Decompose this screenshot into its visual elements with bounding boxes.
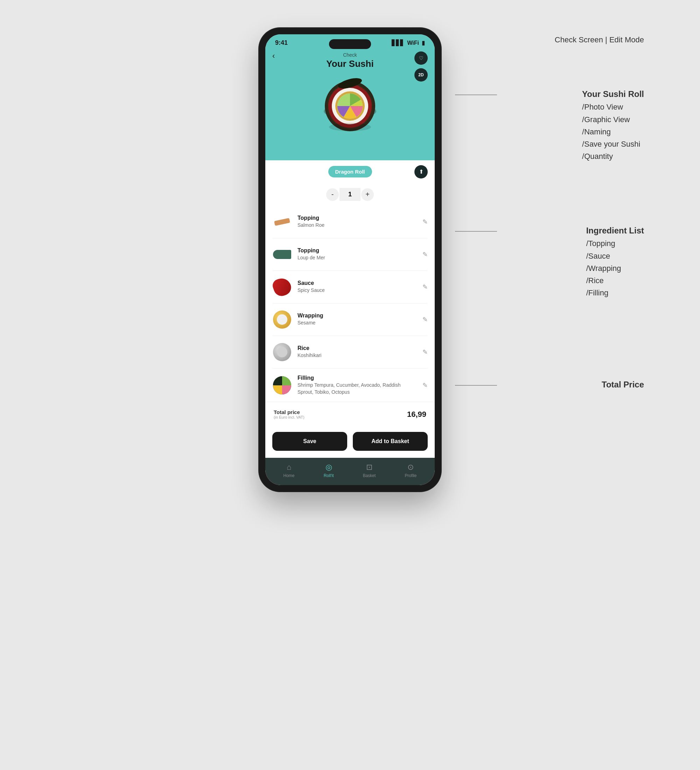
ingredient-info-wrapping: Wrapping Sesame bbox=[297, 312, 417, 327]
home-icon: ⌂ bbox=[287, 463, 291, 472]
heart-icon: ♡ bbox=[419, 55, 424, 61]
quantity-plus-button[interactable]: + bbox=[361, 188, 374, 201]
ingredient-name: Salmon Roe bbox=[297, 222, 417, 229]
total-label-vat: (in Euro incl. VAT) bbox=[274, 415, 304, 419]
ingredient-item-rice: Rice Koshihikari ✎ bbox=[272, 336, 428, 369]
svg-point-8 bbox=[329, 123, 371, 131]
save-button[interactable]: Save bbox=[272, 432, 347, 451]
ingredient-img-fish bbox=[272, 245, 292, 264]
salmon-roe-visual bbox=[274, 218, 290, 226]
ingredient-category: Rice bbox=[297, 345, 417, 351]
sushi-title: Your Sushi bbox=[274, 58, 426, 69]
ingredient-name: Koshihikari bbox=[297, 352, 417, 359]
ingredient-img-sauce bbox=[272, 277, 292, 297]
phone-frame: 9:41 ▋▋▋ WiFi ▮ ‹ Check Your Sushi ♡ 2D bbox=[259, 28, 441, 492]
ingredient-name: Sesame bbox=[297, 320, 417, 327]
ingredient-item-wrapping: Wrapping Sesame ✎ bbox=[272, 303, 428, 336]
ingredient-info-rice: Rice Koshihikari bbox=[297, 345, 417, 359]
plus-icon: + bbox=[365, 191, 370, 199]
quantity-minus-button[interactable]: - bbox=[326, 188, 339, 201]
heart-icon-button[interactable]: ♡ bbox=[414, 52, 428, 65]
nav-label-basket: Basket bbox=[363, 473, 376, 478]
annotation-line-sushi bbox=[455, 94, 497, 95]
nav-item-home[interactable]: ⌂ Home bbox=[283, 463, 295, 478]
ingredient-list: Topping Salmon Roe ✎ Topping Loup de Mer… bbox=[265, 206, 435, 402]
ingredient-img-salmon-roe bbox=[272, 212, 292, 232]
share-icon: ⬆ bbox=[419, 168, 424, 175]
phone-screen: 9:41 ▋▋▋ WiFi ▮ ‹ Check Your Sushi ♡ 2D bbox=[265, 34, 435, 485]
annotation-line-ingredients bbox=[455, 231, 497, 232]
add-to-basket-button[interactable]: Add to Basket bbox=[353, 432, 428, 451]
profile-icon: ⊙ bbox=[407, 463, 414, 472]
minus-icon: - bbox=[331, 191, 334, 199]
ingredient-info-topping-fish: Topping Loup de Mer bbox=[297, 247, 417, 262]
wifi-icon: WiFi bbox=[407, 40, 419, 46]
share-button[interactable]: ⬆ bbox=[414, 165, 428, 178]
ingredient-category: Sauce bbox=[297, 280, 417, 286]
bottom-nav: ⌂ Home ◎ Roll'it ⊡ Basket ⊙ Profile bbox=[265, 458, 435, 485]
nav-label-rollit: Roll'it bbox=[324, 473, 334, 478]
ingredient-name: Spicy Sauce bbox=[297, 287, 417, 294]
sushi-svg bbox=[315, 73, 385, 143]
ingredient-info-topping-salmon: Topping Salmon Roe bbox=[297, 215, 417, 229]
ingredient-name: Shrimp Tempura, Cucumber, Avocado, Raddi… bbox=[297, 382, 417, 395]
ingredient-item-filling: Filling Shrimp Tempura, Cucumber, Avocad… bbox=[272, 369, 428, 402]
rollit-icon: ◎ bbox=[325, 463, 332, 472]
annotation-line-total bbox=[455, 385, 497, 386]
sushi-name-row: Dragon Roll ⬆ bbox=[265, 160, 435, 183]
sushi-badge: Dragon Roll bbox=[328, 166, 372, 178]
quantity-value: 1 bbox=[339, 188, 361, 201]
signal-icon: ▋▋▋ bbox=[392, 40, 404, 46]
edit-button-salmon[interactable]: ✎ bbox=[422, 218, 428, 226]
edit-button-rice[interactable]: ✎ bbox=[422, 348, 428, 356]
ingredient-info-filling: Filling Shrimp Tempura, Cucumber, Avocad… bbox=[297, 375, 417, 395]
action-buttons: Save Add to Basket bbox=[265, 426, 435, 458]
2d-toggle-button[interactable]: 2D bbox=[414, 68, 428, 82]
total-section: Total price (in Euro incl. VAT) 16,99 bbox=[265, 402, 435, 426]
edit-button-sauce[interactable]: ✎ bbox=[422, 283, 428, 291]
filling-visual bbox=[273, 376, 291, 395]
header-icons: ♡ 2D bbox=[414, 52, 428, 82]
dynamic-island bbox=[329, 39, 371, 49]
total-label: Total price (in Euro incl. VAT) bbox=[274, 409, 304, 419]
ingredient-img-filling bbox=[272, 375, 292, 395]
edit-button-wrapping[interactable]: ✎ bbox=[422, 316, 428, 324]
basket-icon: ⊡ bbox=[366, 463, 372, 472]
gold-ring-visual bbox=[273, 311, 291, 328]
check-label: Check bbox=[274, 52, 426, 58]
edit-button-fish[interactable]: ✎ bbox=[422, 251, 428, 258]
sushi-illustration bbox=[274, 73, 426, 150]
nav-item-profile[interactable]: ⊙ Profile bbox=[404, 463, 417, 478]
battery-icon: ▮ bbox=[422, 40, 425, 46]
edit-button-filling[interactable]: ✎ bbox=[422, 382, 428, 389]
page-annotation-title: Check Screen | Edit Mode bbox=[555, 34, 644, 46]
ingredient-img-rice bbox=[272, 342, 292, 362]
status-time: 9:41 bbox=[275, 39, 288, 47]
annotation-ingredient-list: Ingredient List /Topping /Sauce /Wrappin… bbox=[586, 224, 644, 299]
ingredient-info-sauce: Sauce Spicy Sauce bbox=[297, 280, 417, 294]
nav-item-rollit[interactable]: ◎ Roll'it bbox=[324, 463, 334, 478]
total-label-main: Total price bbox=[274, 409, 304, 415]
nav-label-profile: Profile bbox=[404, 473, 417, 478]
ingredient-category: Topping bbox=[297, 247, 417, 254]
quantity-row: - 1 + bbox=[265, 183, 435, 206]
sauce-visual bbox=[271, 276, 293, 298]
ingredient-category: Filling bbox=[297, 375, 417, 381]
ingredient-category: Wrapping bbox=[297, 312, 417, 319]
ingredient-img-wrapping bbox=[272, 310, 292, 329]
fish-visual bbox=[273, 250, 291, 259]
ingredient-item-sauce: Sauce Spicy Sauce ✎ bbox=[272, 271, 428, 303]
annotation-total-price: Total Price bbox=[601, 378, 644, 391]
2d-label: 2D bbox=[418, 73, 424, 78]
ingredient-item-topping-salmon: Topping Salmon Roe ✎ bbox=[272, 206, 428, 238]
nav-label-home: Home bbox=[283, 473, 295, 478]
ingredient-category: Topping bbox=[297, 215, 417, 221]
ingredient-name: Loup de Mer bbox=[297, 254, 417, 262]
silver-ring-visual bbox=[273, 343, 291, 361]
annotation-sushi-roll: Your Sushi Roll /Photo View /Graphic Vie… bbox=[582, 87, 644, 162]
ingredient-item-topping-fish: Topping Loup de Mer ✎ bbox=[272, 238, 428, 271]
nav-item-basket[interactable]: ⊡ Basket bbox=[363, 463, 376, 478]
header-section: ‹ Check Your Sushi ♡ 2D bbox=[265, 49, 435, 160]
total-price-value: 16,99 bbox=[407, 410, 426, 419]
